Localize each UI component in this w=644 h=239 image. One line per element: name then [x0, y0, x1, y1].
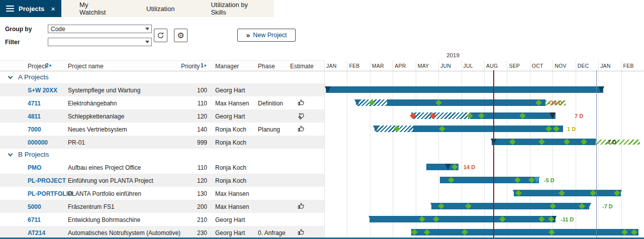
- project-row[interactable]: 000000PR-01999Ronja Koch: [0, 136, 324, 149]
- project-name: Einführung von PLANTA Project: [68, 177, 153, 184]
- hand-icon[interactable]: [297, 112, 305, 120]
- month-label: APR: [395, 63, 406, 69]
- tab-utilization-by-skills-label: Utilization by Skills: [211, 1, 256, 16]
- gantt-bar-segment-solid[interactable]: [514, 190, 621, 196]
- thumbs-up-icon[interactable]: [297, 202, 305, 210]
- gantt-bar-segment-solid[interactable]: [370, 216, 556, 222]
- project-id-link[interactable]: 7000: [28, 126, 41, 133]
- group-row[interactable]: B Projects: [0, 149, 324, 161]
- month-label: AUG: [486, 63, 498, 69]
- project-name: PR-01: [68, 139, 85, 146]
- gantt-bar-segment-solid[interactable]: [440, 177, 539, 183]
- col-priority[interactable]: Priority: [181, 63, 200, 70]
- group-label: B Projects: [18, 151, 49, 158]
- project-row[interactable]: 7000Neues Vertriebsystem140Ronja KochPla…: [0, 123, 324, 136]
- gantt-bar-segment-hatch[interactable]: [411, 112, 470, 119]
- project-id-link[interactable]: S+W 20XX: [28, 87, 57, 94]
- table-body: A ProjectsS+W 20XXSystempflege und Wartu…: [0, 71, 324, 239]
- delay-label: 14 D: [464, 164, 475, 170]
- project-name: PLANTA Portfolio einführen: [68, 190, 141, 197]
- project-id-link[interactable]: 5000: [28, 203, 41, 210]
- chevron-down-icon: [144, 25, 150, 33]
- group-row[interactable]: A Projects: [0, 71, 324, 83]
- tab-utilization-by-skills[interactable]: Utilization by Skills: [193, 0, 274, 17]
- chevron-down-icon[interactable]: [8, 74, 13, 79]
- thumbs-up-icon[interactable]: [297, 99, 305, 107]
- project-row[interactable]: PL-PROJECTEinführung von PLANTA Project1…: [0, 174, 324, 187]
- tab-strip: Projects × My Watchlist Utilization Util…: [0, 0, 274, 17]
- bar-end-marker: [585, 203, 591, 209]
- project-id-link[interactable]: AT214: [28, 229, 45, 236]
- project-row[interactable]: PL-PORTFOLIOPLANTA Portfolio einführen13…: [0, 187, 324, 200]
- tab-bar: Projects × My Watchlist Utilization Util…: [0, 0, 644, 17]
- month-label: MAR: [372, 63, 384, 69]
- sort-indicator-project[interactable]: 2▲: [46, 63, 52, 68]
- sort-indicator-priority[interactable]: 1▲: [201, 63, 207, 68]
- tab-my-watchlist-label: My Watchlist: [79, 1, 110, 16]
- project-name: Fräszentrum FS1: [68, 203, 115, 210]
- project-row[interactable]: PMOAufbau eines Project Office110Ronja K…: [0, 161, 324, 174]
- delay-label: -7 D: [602, 203, 613, 209]
- project-name: Aufbau eines Project Office: [68, 164, 141, 171]
- refresh-icon: [157, 32, 164, 39]
- tab-my-watchlist[interactable]: My Watchlist: [61, 0, 128, 17]
- gantt-bar-segment-solid[interactable]: [326, 86, 603, 93]
- bar-end-marker: [369, 216, 375, 222]
- refresh-button[interactable]: [154, 29, 167, 42]
- project-manager: Georg Hart: [215, 229, 245, 236]
- tab-utilization[interactable]: Utilization: [128, 0, 193, 17]
- gear-icon: ⚙: [177, 32, 184, 40]
- project-manager: Georg Hart: [215, 87, 245, 94]
- group-by-dropdown[interactable]: Code: [48, 25, 152, 33]
- gantt-bar-segment-solid[interactable]: [431, 203, 589, 209]
- project-id-link[interactable]: 6711: [28, 216, 41, 223]
- gantt-bar-segment-solid[interactable]: [411, 229, 638, 235]
- thumbs-up-icon[interactable]: [297, 228, 305, 236]
- project-name: Entwicklung Bohrmaschine: [68, 216, 140, 223]
- bar-end-marker: [325, 86, 331, 93]
- settings-button[interactable]: ⚙: [174, 29, 188, 42]
- month-label: SEP: [509, 63, 520, 69]
- col-project-name[interactable]: Project name: [68, 63, 104, 70]
- col-project[interactable]: Project: [28, 63, 46, 70]
- close-icon[interactable]: ×: [51, 5, 55, 13]
- project-row[interactable]: 4711Elektrohängebahn110Max HansenDefinit…: [0, 96, 324, 109]
- tab-projects[interactable]: Projects ×: [0, 0, 61, 17]
- month-label: FEB: [623, 63, 634, 69]
- project-row[interactable]: 5000Fräszentrum FS1200Max Hansen: [0, 200, 324, 213]
- group-label: A Projects: [18, 73, 49, 81]
- project-id-link[interactable]: 4811: [28, 113, 41, 120]
- project-row[interactable]: S+W 20XXSystempflege und Wartung100Georg…: [0, 83, 324, 96]
- project-name: Neues Vertriebsystem: [68, 126, 127, 133]
- double-chevron-icon: »: [246, 31, 249, 39]
- project-id-link[interactable]: 4711: [28, 100, 41, 107]
- project-id-link[interactable]: PMO: [28, 164, 41, 171]
- project-manager: Ronja Koch: [215, 126, 246, 133]
- project-priority: 110: [177, 100, 207, 107]
- chevron-down-icon: [144, 38, 150, 46]
- project-row[interactable]: 4811Schleppkettenanlage120Georg Hart: [0, 109, 324, 123]
- chevron-down-icon[interactable]: [8, 152, 13, 157]
- project-id-link[interactable]: PL-PORTFOLIO: [28, 190, 72, 197]
- menu-icon[interactable]: [6, 6, 14, 12]
- project-id-link[interactable]: PL-PROJECT: [28, 177, 66, 184]
- filter-label: Filter: [5, 39, 20, 46]
- tab-utilization-label: Utilization: [146, 5, 174, 13]
- project-id-link[interactable]: 000000: [28, 139, 48, 146]
- project-row[interactable]: 6711Entwicklung Bohrmaschine210Georg Har…: [0, 213, 324, 226]
- project-priority: 120: [177, 177, 207, 184]
- project-name: Elektrohängebahn: [68, 100, 117, 107]
- thumbs-up-icon[interactable]: [297, 125, 305, 133]
- gantt-bar-segment-tail[interactable]: [596, 140, 640, 145]
- col-manager[interactable]: Manager: [215, 63, 239, 70]
- col-estimate[interactable]: Estimate: [290, 63, 314, 70]
- gantt-bar-segment-solid[interactable]: [413, 126, 563, 132]
- filter-dropdown[interactable]: [48, 38, 152, 46]
- delay-label: 1 D: [567, 126, 576, 132]
- new-project-button[interactable]: » New Project: [237, 29, 296, 42]
- project-priority: 200: [177, 203, 207, 210]
- month-label: MAY: [418, 63, 429, 69]
- gantt-bar-segment-solid[interactable]: [387, 99, 545, 106]
- bar-end-marker: [373, 126, 379, 132]
- col-phase[interactable]: Phase: [258, 63, 275, 70]
